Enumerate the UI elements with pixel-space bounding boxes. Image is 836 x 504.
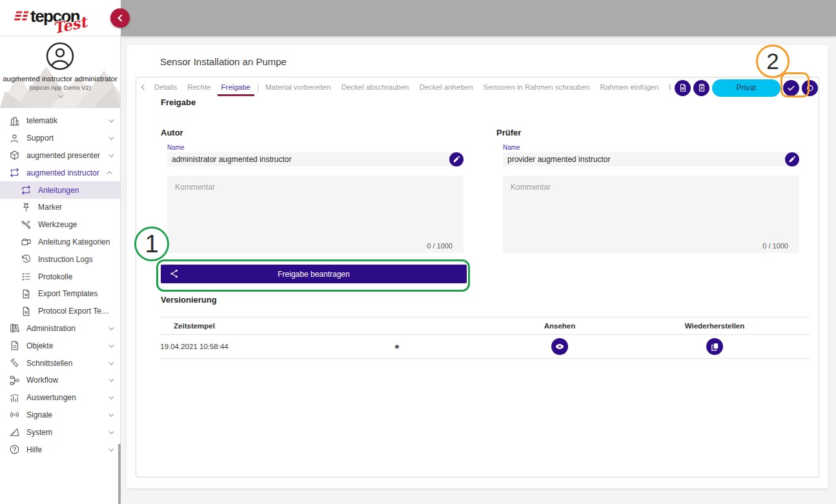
pencil-icon (453, 156, 460, 163)
pruefer-heading: Prüfer (496, 128, 799, 137)
tab-material-vorbereiten[interactable]: Material vorbereiten (265, 77, 331, 97)
sidebar-item-augmented-instructor[interactable]: augmented instructor (0, 164, 120, 181)
folders-icon (20, 236, 32, 248)
signal-waves-icon (8, 408, 21, 421)
sidebar-item-schnittstellen[interactable]: Schnittstellen (0, 354, 120, 372)
privat-toggle-button[interactable]: Privat (712, 79, 780, 97)
tab-details[interactable]: Details (154, 77, 177, 97)
sidebar-item-instruction-logs[interactable]: Instruction Logs (0, 250, 120, 268)
sidebar-item-export-templates[interactable]: W Export Templates (0, 285, 120, 303)
annotation-box-step2 (780, 72, 810, 97)
chevron-down-icon (108, 359, 114, 365)
tab-sensoren-in-rahmen-schrauben[interactable]: Sensoren in Rahmen schrauben (484, 77, 590, 97)
chevron-down-icon (58, 92, 63, 97)
sidebar-item-hilfe[interactable]: Hilfe (0, 441, 120, 458)
page-title: Sensor Installation an Pumpe (160, 56, 287, 67)
autor-comment-textarea[interactable] (167, 176, 464, 253)
word-doc-icon: W (678, 83, 688, 92)
logo-waves-icon (13, 10, 30, 24)
annotation-box-step1 (156, 259, 470, 292)
profile-subtitle: (tepcon App Demo V2) (0, 84, 120, 91)
pencil-icon (788, 156, 796, 163)
sidebar-nav: telematik Support augmented presenter au… (0, 112, 120, 458)
sidebar-item-anleitungen[interactable]: Anleitungen (0, 181, 120, 199)
column-header-ansehen: Ansehen (544, 322, 576, 330)
star-icon[interactable]: ★ (394, 342, 400, 351)
person-icon (8, 132, 21, 145)
chevron-left-icon (117, 14, 125, 21)
bar-chart-icon (8, 392, 21, 404)
clipboard-icon (697, 83, 706, 92)
logo-box: tepcon Test (0, 0, 121, 36)
chevron-down-icon (108, 446, 114, 451)
tab-deckel-anheben[interactable]: Deckel anheben (419, 77, 473, 97)
autor-column: Autor Name 0 / 1000 (161, 128, 464, 137)
sidebar-item-protokolle[interactable]: Protokolle (0, 268, 120, 285)
autor-name-row (167, 152, 464, 166)
svg-text:W: W (681, 86, 684, 90)
pruefer-char-counter: 0 / 1000 (762, 242, 788, 250)
city-icon (8, 115, 21, 127)
autor-comment-box: 0 / 1000 (167, 176, 464, 253)
workflow-nodes-icon (8, 374, 21, 387)
tab-separator (258, 83, 258, 92)
checklist-icon (20, 270, 32, 283)
sidebar-item-auswertungen[interactable]: Auswertungen (0, 389, 120, 407)
freigabe-section-heading: Freigabe (161, 97, 196, 107)
tabs-scroll-left[interactable] (139, 85, 149, 89)
avatar-icon (45, 41, 75, 74)
document-icon (8, 339, 21, 352)
tepcon-logo[interactable]: tepcon Test (13, 5, 110, 34)
word-doc-icon: W (20, 305, 32, 318)
user-profile[interactable]: augmented instructor administrator (tepc… (0, 36, 120, 108)
view-version-button[interactable] (551, 338, 568, 355)
sidebar-item-support[interactable]: Support (0, 130, 120, 147)
history-icon (20, 253, 32, 265)
sidebar-item-objekte[interactable]: Objekte (0, 337, 120, 354)
pruefer-edit-button[interactable] (785, 152, 799, 166)
tab-rahmen-einfuegen[interactable]: Rahmen einfügen (600, 77, 659, 97)
ruler-triangle-icon (8, 426, 21, 438)
chevron-down-icon (108, 394, 114, 399)
pruefer-comment-box: 0 / 1000 (503, 176, 799, 253)
autor-heading: Autor (161, 128, 464, 137)
versionierung-heading: Versionierung (161, 295, 217, 305)
chevron-down-icon (108, 152, 114, 157)
autor-edit-button[interactable] (449, 152, 464, 166)
tab-deckel-abschrauben[interactable]: Deckel abschrauben (342, 77, 409, 97)
sidebar-item-protocol-export-templates[interactable]: W Protocol Export Templates (0, 303, 120, 320)
word-export-button[interactable]: W (675, 80, 691, 96)
tab-rechte[interactable]: Rechte (187, 77, 210, 97)
sidebar-item-werkzeuge[interactable]: Werkzeuge (0, 216, 120, 234)
profile-name: augmented instructor administrator (0, 75, 120, 83)
sidebar-item-telematik[interactable]: telematik (0, 112, 120, 130)
sidebar-item-marker[interactable]: Marker (0, 199, 120, 216)
word-doc-icon: W (20, 288, 32, 300)
top-bar (121, 0, 836, 36)
protocol-button[interactable] (693, 80, 709, 96)
sidebar-item-augmented-presenter[interactable]: augmented presenter (0, 147, 120, 165)
sidebar-item-workflow[interactable]: Workflow (0, 372, 120, 389)
sidebar-item-administration[interactable]: Administration (0, 320, 120, 338)
restore-version-button[interactable] (706, 338, 723, 355)
sidebar-item-signale[interactable]: Signale (0, 407, 120, 424)
tab-bar: Details Rechte Freigabe Material vorbere… (139, 77, 680, 97)
pruefer-name-input[interactable] (503, 152, 799, 166)
sidebar-scrollbar[interactable] (118, 444, 121, 504)
pruefer-name-row (503, 152, 799, 166)
tools-icon (20, 219, 32, 231)
restore-copy-icon (710, 342, 720, 352)
autor-name-input[interactable] (167, 152, 464, 166)
sidebar-item-system[interactable]: System (0, 423, 120, 441)
autor-char-counter: 0 / 1000 (427, 242, 453, 250)
sidebar-item-anleitung-kategorien[interactable]: Anleitung Kategorien (0, 234, 120, 251)
pruefer-comment-textarea[interactable] (503, 176, 799, 253)
table-header-row: Zeitstempel Ansehen Wiederherstellen (161, 317, 810, 335)
profile-expand[interactable] (0, 94, 120, 98)
chevron-down-icon (108, 135, 114, 140)
chevron-down-icon (108, 428, 114, 434)
chevron-down-icon (108, 411, 114, 416)
autor-name-label: Name (167, 144, 185, 151)
collapse-sidebar-button[interactable] (110, 8, 130, 28)
tab-freigabe[interactable]: Freigabe (221, 77, 250, 97)
